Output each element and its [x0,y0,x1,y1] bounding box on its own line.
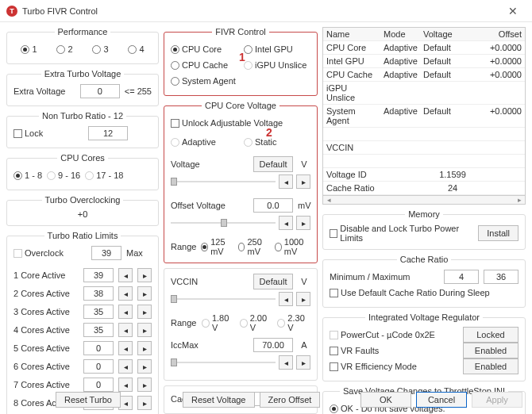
iccmax-slider[interactable] [171,355,276,370]
col-mode[interactable]: Mode [380,28,420,40]
cores-9-16: 9 - 16 [47,171,80,180]
voltage-inc[interactable]: ▸ [296,174,310,189]
voltage-dec[interactable]: ◂ [279,174,293,189]
core-inc[interactable]: ▸ [137,359,152,374]
icc-inc[interactable]: ▸ [296,355,310,370]
vreff-btn[interactable]: Enabled [463,358,519,374]
vccin-default-btn[interactable]: Default [253,274,293,289]
core-inc[interactable]: ▸ [137,305,152,319]
reset-voltage-btn[interactable]: Reset Voltage [183,392,255,408]
table-hscroll[interactable]: ◂▸ [322,196,526,205]
turbo-oc-group: Turbo Overclocking +0 [6,195,159,226]
col-offset[interactable]: Offset [457,28,525,40]
core-val-field[interactable]: 0 [83,378,114,392]
apply-btn[interactable]: Apply [472,392,522,408]
core-dec[interactable]: ◂ [118,378,133,392]
lock-check[interactable]: Lock [13,128,43,138]
core-inc[interactable]: ▸ [137,268,152,282]
offset-inc[interactable]: ▸ [296,216,310,230]
table-row[interactable]: Intel GPUAdaptiveDefault+0.0000 [323,55,525,68]
table-row[interactable]: CPU CacheAdaptiveDefault+0.0000 [323,68,525,82]
fivr-cpu-cache[interactable]: CPU Cache [171,60,239,70]
table-row[interactable]: System AgentAdaptiveDefault+0.0000 [323,105,525,128]
vrfaults-btn[interactable]: Enabled [463,343,519,358]
table-row[interactable]: CPU CoreAdaptiveDefault+0.0000 [323,41,525,55]
overclock-field[interactable]: 39 [91,246,121,260]
disable-lock-check[interactable]: Disable and Lock Turbo Power Limits [330,224,473,243]
core-inc[interactable]: ▸ [137,378,152,392]
voltage-default-btn[interactable]: Default [253,156,293,172]
range-1000[interactable]: 1000 mV [275,237,310,256]
core-label: 5 Cores Active [13,343,79,353]
extra-voltage-field[interactable]: 0 [80,84,120,98]
core-label: 4 Cores Active [13,325,79,335]
core-inc[interactable]: ▸ [137,341,152,355]
cache-min-field[interactable]: 4 [444,270,479,284]
fivr-system-agent[interactable]: System Agent [171,76,236,86]
core-dec[interactable]: ◂ [118,359,133,374]
core-dec[interactable]: ◂ [118,305,133,319]
core-val-field[interactable]: 0 [83,341,114,355]
vrange-200: 2.00 V [240,313,273,332]
unlock-check[interactable]: Unlock Adjustable Voltage [171,118,283,128]
voltage-slider[interactable] [171,174,276,189]
core-val-field[interactable]: 0 [83,359,114,374]
core-dec[interactable]: ◂ [118,341,133,355]
sleep-check[interactable]: Use Default Cache Ratio During Sleep [330,288,490,297]
perf-opt-1[interactable]: 1 [21,44,37,54]
fivr-cpu-core[interactable]: CPU Core [171,44,239,54]
table-row[interactable]: iGPU Unslice [323,82,525,105]
range-125[interactable]: 125 mV [201,237,233,256]
lock-field[interactable]: 12 [88,126,128,140]
core-val-field[interactable]: 38 [83,286,114,301]
offset-dec[interactable]: ◂ [279,216,293,230]
performance-group: Performance 1 2 3 4 [6,27,159,64]
vccin-inc[interactable]: ▸ [296,292,310,306]
perf-opt-2[interactable]: 2 [56,44,72,54]
icc-dec[interactable]: ◂ [279,355,293,370]
cores-1-8[interactable]: 1 - 8 [13,171,42,180]
cpu-core-voltage-group: CPU Core Voltage 2 Unlock Adjustable Vol… [164,101,318,263]
cache-ratio-group: Cache Ratio Minimum / Maximum 4 36 Use D… [322,255,526,308]
col-voltage[interactable]: Voltage [420,28,457,40]
core-label: 1 Core Active [13,270,79,280]
core-dec[interactable]: ◂ [118,286,133,301]
install-btn[interactable]: Install [478,225,519,241]
iccmax-field[interactable]: 70.00 [253,338,293,352]
core-val-field[interactable]: 35 [83,305,114,319]
vrfaults-check[interactable]: VR Faults [330,346,379,355]
offset-slider[interactable] [171,216,276,230]
non-turbo-group: Non Turbo Ratio - 12 Lock 12 [6,111,159,148]
col-name[interactable]: Name [323,28,380,40]
core-inc[interactable]: ▸ [137,396,152,410]
cancel-btn[interactable]: Cancel [416,392,467,408]
zero-offset-btn[interactable]: Zero Offset [260,392,321,408]
powercut-btn[interactable]: Locked [463,327,519,343]
vccin-slider[interactable] [171,292,276,306]
core-inc[interactable]: ▸ [137,323,152,337]
core-dec[interactable]: ◂ [118,268,133,282]
reset-turbo-btn[interactable]: Reset Turbo [56,392,121,408]
ivr-group: Integrated Voltage Regulator PowerCut - … [322,312,526,381]
cache-max-field[interactable]: 36 [484,270,519,284]
close-icon[interactable]: ✕ [500,3,526,19]
vreff-check[interactable]: VR Efficiency Mode [330,362,417,371]
core-label: 7 Cores Active [13,380,79,389]
core-val-field[interactable]: 39 [83,268,114,282]
extra-voltage-label: Extra Voltage [13,86,65,96]
perf-opt-4[interactable]: 4 [128,44,144,54]
fivr-intel-gpu[interactable]: Intel GPU [244,44,293,54]
core-inc[interactable]: ▸ [137,286,152,301]
scroll-right-icon: ▸ [514,196,525,204]
offset-field[interactable]: 0.0 [253,198,293,213]
range-250[interactable]: 250 mV [238,237,270,256]
cpu-cores-group: CPU Cores 1 - 8 9 - 16 17 - 18 [6,153,159,190]
perf-opt-3[interactable]: 3 [92,44,108,54]
core-dec[interactable]: ◂ [118,323,133,337]
ok-btn[interactable]: OK [360,392,411,408]
core-label: 6 Cores Active [13,362,79,371]
extra-turbo-group: Extra Turbo Voltage Extra Voltage 0 <= 2… [6,69,159,106]
core-val-field[interactable]: 35 [83,323,114,337]
powercut-check: PowerCut - µCode 0x2E [330,330,435,339]
vccin-dec[interactable]: ◂ [279,292,293,306]
